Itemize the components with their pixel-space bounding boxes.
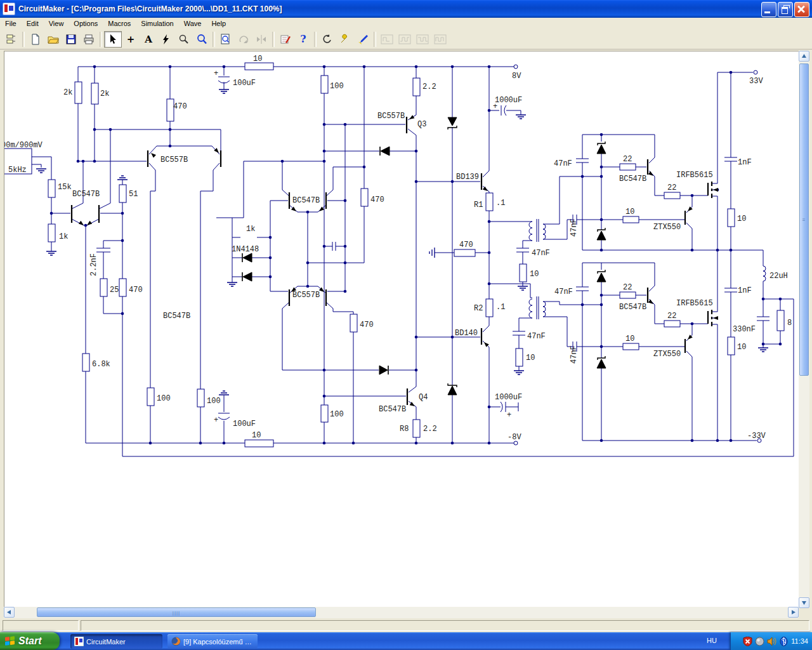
menu-item-edit[interactable]: Edit bbox=[22, 18, 44, 29]
parts-bin-icon[interactable] bbox=[3, 31, 20, 48]
component-label: BC547B bbox=[379, 405, 406, 414]
scroll-right-arrow[interactable] bbox=[788, 607, 799, 618]
ground-icon bbox=[758, 348, 768, 352]
junction-dot bbox=[93, 160, 96, 163]
transistor-arrow-icon bbox=[648, 300, 653, 304]
component-label: 100 bbox=[157, 394, 171, 403]
text-tool-icon[interactable]: A bbox=[140, 31, 157, 48]
schematic-canvas[interactable]: 10100uF2k2k4701002.28V1000uFBC557BQ300m/… bbox=[4, 51, 799, 608]
clock[interactable]: 11:34 bbox=[791, 637, 808, 645]
component-label: BC547B bbox=[163, 312, 190, 321]
component-label: 1nF bbox=[738, 286, 752, 295]
print-icon[interactable] bbox=[80, 31, 98, 48]
component-label: BC547B bbox=[292, 196, 320, 205]
digital-analog-icon[interactable] bbox=[277, 31, 294, 48]
menu-item-macros[interactable]: Macros bbox=[103, 18, 136, 29]
scroll-up-arrow[interactable] bbox=[799, 51, 809, 62]
junction-dot bbox=[600, 249, 603, 252]
junction-dot bbox=[363, 65, 366, 69]
junction-dot bbox=[415, 442, 418, 445]
horizontal-scroll-thumb[interactable]: |||| bbox=[37, 607, 316, 617]
component-label: 1N4148 bbox=[232, 245, 259, 254]
scope-3-icon[interactable] bbox=[414, 31, 431, 48]
taskbar-button-circuitmaker[interactable]: CircuitMaker bbox=[70, 634, 162, 649]
bluetooth-icon[interactable] bbox=[779, 637, 789, 646]
start-button[interactable]: Start bbox=[0, 632, 60, 650]
run-tool-icon[interactable] bbox=[354, 31, 372, 48]
component-label: 22 bbox=[667, 183, 676, 192]
help-icon[interactable]: ? bbox=[294, 31, 312, 48]
menu-bar: FileEditViewOptionsMacrosSimulationWaveH… bbox=[0, 18, 812, 30]
new-file-icon[interactable] bbox=[27, 31, 44, 48]
junction-dot bbox=[281, 160, 284, 163]
component-label: 1000uF bbox=[495, 393, 522, 402]
options-wrench-icon[interactable] bbox=[336, 31, 354, 48]
menu-item-options[interactable]: Options bbox=[69, 18, 103, 29]
close-button[interactable] bbox=[794, 2, 809, 17]
component-label: 470 bbox=[129, 286, 143, 295]
menu-item-simulation[interactable]: Simulation bbox=[136, 18, 178, 29]
component-label: 22 bbox=[623, 155, 632, 164]
title-bar[interactable]: CircuitMaker - [C:\Program Files\Circuit… bbox=[0, 0, 812, 18]
security-shield-icon[interactable] bbox=[743, 637, 752, 646]
diodes bbox=[242, 147, 390, 375]
ground-icon bbox=[219, 90, 229, 93]
scroll-down-arrow[interactable] bbox=[799, 597, 809, 608]
junction-dot bbox=[344, 245, 347, 248]
component-label: 100 bbox=[330, 82, 344, 91]
junction-dot bbox=[600, 345, 603, 348]
volume-ball-icon[interactable] bbox=[755, 637, 764, 646]
component-label: 10 bbox=[737, 215, 746, 223]
rotate-icon[interactable] bbox=[235, 31, 252, 48]
restore-button[interactable] bbox=[778, 2, 793, 17]
menu-item-file[interactable]: File bbox=[0, 18, 22, 29]
junction-dot bbox=[488, 406, 491, 409]
menu-item-view[interactable]: View bbox=[44, 18, 69, 29]
ground-icon bbox=[514, 371, 524, 375]
zoom-tool-icon[interactable] bbox=[193, 31, 211, 48]
transistor-arrow-icon bbox=[151, 153, 156, 158]
junction-dot bbox=[415, 369, 418, 372]
minimize-button[interactable] bbox=[761, 2, 776, 17]
component-label: -33V bbox=[747, 432, 766, 441]
junction-dot bbox=[149, 442, 152, 445]
junction-dot bbox=[344, 123, 347, 126]
probe-tool-icon[interactable] bbox=[175, 31, 193, 48]
component-label: 47nF bbox=[532, 249, 550, 258]
delete-tool-icon[interactable] bbox=[157, 31, 175, 48]
reset-icon[interactable] bbox=[318, 31, 336, 48]
speaker-icon[interactable] bbox=[767, 637, 776, 646]
mirror-icon[interactable] bbox=[252, 31, 270, 48]
scope-4-icon[interactable] bbox=[431, 31, 449, 48]
language-indicator[interactable]: HU bbox=[707, 637, 717, 644]
cursor-tool-icon[interactable] bbox=[104, 31, 122, 48]
ground-symbols bbox=[36, 90, 768, 395]
component-label: 47nF bbox=[570, 345, 579, 364]
horizontal-scrollbar[interactable]: |||| bbox=[4, 607, 799, 618]
scope-2-icon[interactable] bbox=[396, 31, 414, 48]
ground-icon bbox=[219, 391, 229, 395]
junction-dot bbox=[451, 442, 454, 445]
component-label: 10 bbox=[252, 431, 261, 440]
vertical-scroll-thumb[interactable]: ≡ bbox=[799, 63, 809, 376]
component-label: 15k bbox=[58, 183, 72, 192]
scroll-left-arrow[interactable] bbox=[4, 607, 15, 618]
component-label: 22 bbox=[623, 283, 632, 292]
component-label: BC557B bbox=[160, 156, 188, 164]
junction-dot bbox=[269, 275, 272, 279]
open-folder-icon[interactable] bbox=[44, 31, 62, 48]
component-label: 33V bbox=[749, 77, 763, 86]
junction-dot bbox=[77, 160, 80, 163]
vertical-scrollbar[interactable]: ≡ bbox=[799, 51, 809, 608]
menu-item-wave[interactable]: Wave bbox=[179, 18, 207, 29]
component-label: 1000uF bbox=[495, 96, 522, 105]
menu-item-help[interactable]: Help bbox=[206, 18, 231, 29]
save-icon[interactable] bbox=[62, 31, 80, 48]
taskbar-button-firefox[interactable]: [9] Kapcsolóüzemű (P... bbox=[167, 634, 258, 649]
scope-1-icon[interactable] bbox=[378, 31, 396, 48]
component-label: 22 bbox=[667, 312, 676, 321]
wire-tool-icon[interactable]: + bbox=[122, 31, 140, 48]
preview-icon[interactable] bbox=[217, 31, 235, 48]
junction-dot bbox=[415, 180, 418, 183]
firefox-icon bbox=[171, 637, 181, 646]
